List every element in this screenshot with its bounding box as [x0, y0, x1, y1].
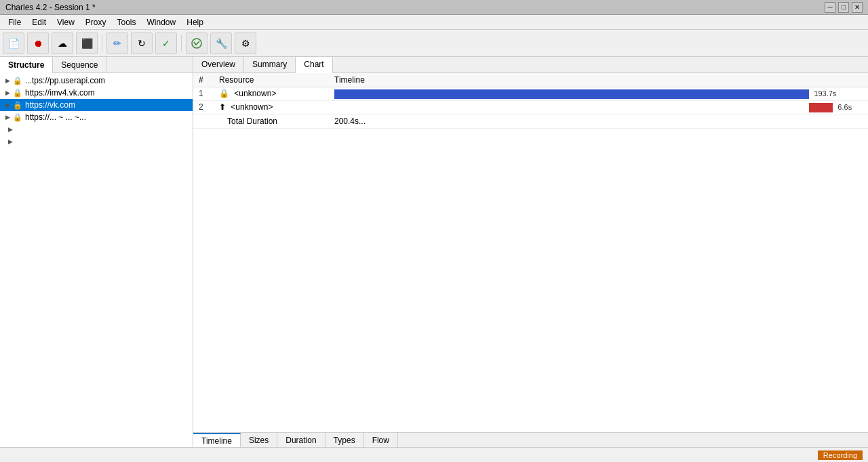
- maximize-button[interactable]: □: [838, 2, 849, 13]
- tree-item-6[interactable]: ▶: [0, 135, 193, 148]
- tree-item-3[interactable]: ▶ 🔒 https://vk.com: [0, 99, 193, 111]
- tab-structure[interactable]: Structure: [0, 57, 53, 73]
- tree-item-1[interactable]: ▶ 🔒 ...tps://pp.userapi.com: [0, 75, 193, 87]
- chart-row-2[interactable]: 2 ⬆ <unknown> 6.6s: [193, 100, 868, 114]
- bottom-tab-types[interactable]: Types: [326, 433, 364, 447]
- lock-icon-2: 🔒: [12, 87, 23, 98]
- menu-proxy[interactable]: Proxy: [80, 16, 112, 28]
- expand-icon-1[interactable]: ▶: [3, 76, 12, 85]
- expand-icon-2[interactable]: ▶: [3, 88, 12, 98]
- col-resource: Resource: [214, 73, 329, 87]
- expand-icon-5[interactable]: ▶: [5, 125, 15, 134]
- menu-edit[interactable]: Edit: [26, 16, 52, 28]
- toolbar-separator-2: [181, 35, 182, 51]
- menu-help[interactable]: Help: [181, 16, 209, 28]
- lock-icon-1: 🔒: [12, 75, 23, 86]
- tab-chart[interactable]: Chart: [296, 57, 332, 73]
- bottom-tab-sizes[interactable]: Sizes: [241, 433, 277, 447]
- tree-label-1: ...tps://pp.userapi.com: [25, 76, 105, 85]
- timeline-bar-red-2: [809, 103, 833, 112]
- expand-icon-3[interactable]: ▶: [3, 100, 12, 110]
- close-button[interactable]: ✕: [852, 2, 863, 13]
- stop-icon: ⬛: [81, 38, 93, 49]
- expand-icon-4[interactable]: ▶: [3, 112, 12, 122]
- tools-button[interactable]: 🔧: [210, 33, 232, 54]
- record-icon: ⏺: [33, 38, 43, 49]
- col-num: #: [193, 73, 214, 87]
- new-session-button[interactable]: 📄: [3, 33, 24, 54]
- compose-icon: ✏: [113, 38, 121, 49]
- lock-icon-3: 🔒: [12, 100, 23, 110]
- tools-icon: 🔧: [216, 38, 227, 49]
- throttle-button[interactable]: ☁: [52, 33, 73, 54]
- panel-tabs: Structure Sequence: [0, 57, 193, 73]
- right-panel: Overview Summary Chart # Resource Timeli…: [193, 57, 868, 447]
- bottom-tab-timeline[interactable]: Timeline: [193, 433, 241, 447]
- toolbar-separator-1: [102, 35, 102, 51]
- row1-timeline: 193.7s: [329, 87, 868, 101]
- basket-icon: [191, 37, 203, 49]
- tree-label-2: https://imv4.vk.com: [25, 88, 95, 98]
- status-recording: Recording: [818, 450, 863, 460]
- bottom-tabs: Timeline Sizes Duration Types Flow: [193, 432, 868, 447]
- row2-resource-label: <unknown>: [231, 102, 273, 112]
- tree-item-5[interactable]: ▶: [0, 123, 193, 135]
- refresh-icon: ↻: [138, 38, 146, 49]
- refresh-button[interactable]: ↻: [131, 33, 153, 54]
- row1-resource: 🔒 <unknown>: [214, 87, 329, 101]
- tab-summary[interactable]: Summary: [244, 57, 296, 72]
- settings-icon: ⚙: [241, 38, 250, 49]
- menu-window[interactable]: Window: [142, 16, 182, 28]
- menu-tools[interactable]: Tools: [112, 16, 142, 28]
- tree-item-2[interactable]: ▶ 🔒 https://imv4.vk.com: [0, 87, 193, 99]
- new-session-icon: 📄: [8, 38, 20, 49]
- basket-button[interactable]: [186, 33, 208, 54]
- chart-table: # Resource Timeline 1 🔒 <unknown>: [193, 73, 868, 129]
- expand-icon-6[interactable]: ▶: [5, 137, 15, 146]
- stop-button[interactable]: ⬛: [76, 33, 98, 54]
- timeline-bar-blue-1: [334, 89, 809, 99]
- total-duration-label: Total Duration: [214, 114, 329, 128]
- total-duration-value: 200.4s...: [329, 114, 868, 128]
- throttle-icon: ☁: [58, 38, 67, 49]
- lock-icon-4: 🔒: [12, 112, 23, 123]
- tree-label-4: https://... ~ ... ~...: [25, 112, 86, 122]
- checkmark-button[interactable]: ✓: [155, 33, 177, 54]
- menu-view[interactable]: View: [52, 16, 80, 28]
- upload-icon-row2: ⬆: [219, 102, 226, 112]
- menu-file[interactable]: File: [3, 16, 26, 28]
- settings-button[interactable]: ⚙: [235, 33, 256, 54]
- row2-timeline: 6.6s: [329, 100, 868, 114]
- row1-duration: 193.7s: [814, 89, 836, 98]
- record-button[interactable]: ⏺: [27, 33, 49, 54]
- chart-area: # Resource Timeline 1 🔒 <unknown>: [193, 73, 868, 432]
- col-timeline: Timeline: [329, 73, 868, 87]
- row2-resource: ⬆ <unknown>: [214, 100, 329, 114]
- tree-label-3: https://vk.com: [25, 100, 75, 110]
- lock-icon-row1: 🔒: [219, 89, 229, 98]
- tab-overview[interactable]: Overview: [193, 57, 244, 72]
- row2-num: 2: [193, 100, 214, 114]
- left-panel: Structure Sequence ▶ 🔒 ...tps://pp.usera…: [0, 57, 193, 447]
- menu-bar: File Edit View Proxy Tools Window Help: [0, 15, 868, 30]
- total-spacer: [193, 114, 214, 128]
- window-controls[interactable]: ─ □ ✕: [825, 2, 863, 13]
- title-bar: Charles 4.2 - Session 1 * ─ □ ✕: [0, 0, 868, 15]
- tree-area: ▶ 🔒 ...tps://pp.userapi.com ▶ 🔒 https://…: [0, 73, 193, 447]
- bottom-tab-duration[interactable]: Duration: [277, 433, 325, 447]
- total-duration-row: Total Duration 200.4s...: [193, 114, 868, 128]
- tree-item-4[interactable]: ▶ 🔒 https://... ~ ... ~...: [0, 111, 193, 123]
- bottom-tab-flow[interactable]: Flow: [364, 433, 398, 447]
- minimize-button[interactable]: ─: [825, 2, 835, 13]
- checkmark-icon: ✓: [162, 38, 170, 49]
- tab-sequence[interactable]: Sequence: [53, 57, 106, 72]
- window-title: Charles 4.2 - Session 1 *: [5, 3, 96, 12]
- content-tabs: Overview Summary Chart: [193, 57, 868, 73]
- row1-resource-label: <unknown>: [234, 89, 276, 98]
- status-bar: Recording: [0, 447, 868, 462]
- row2-duration: 6.6s: [837, 103, 852, 111]
- chart-header-row: # Resource Timeline: [193, 73, 868, 87]
- chart-row-1[interactable]: 1 🔒 <unknown> 193.7s: [193, 87, 868, 101]
- compose-button[interactable]: ✏: [106, 33, 128, 54]
- toolbar: 📄 ⏺ ☁ ⬛ ✏ ↻ ✓ 🔧 ⚙: [0, 30, 868, 57]
